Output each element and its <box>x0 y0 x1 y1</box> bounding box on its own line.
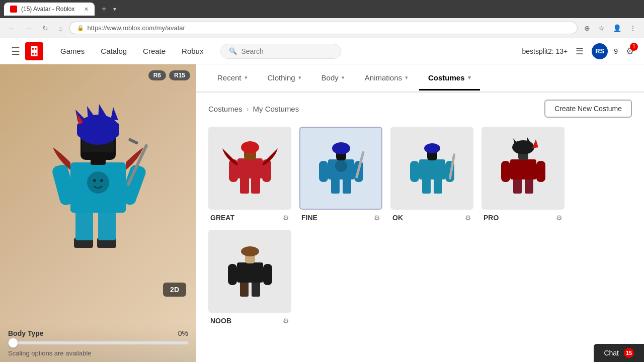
chat-label: Chat <box>604 349 619 357</box>
reload-button[interactable]: ↻ <box>39 22 51 34</box>
costume-label-row-great: GREAT ⚙ <box>208 210 291 222</box>
roblox-logo[interactable] <box>25 42 43 60</box>
svg-rect-4 <box>35 53 36 54</box>
svg-point-33 <box>241 141 259 153</box>
costume-thumb-noob[interactable] <box>208 230 291 313</box>
svg-rect-68 <box>228 264 237 285</box>
profile-button[interactable]: 👤 <box>610 23 624 34</box>
tab-body[interactable]: Body ▾ <box>312 66 354 90</box>
right-panel: Recent ▾ Clothing ▾ Body ▾ Animations ▾ … <box>196 64 644 362</box>
costume-thumb-ok[interactable] <box>390 127 473 210</box>
body-type-header: Body Type 0% <box>8 329 188 337</box>
browser-tab[interactable]: (15) Avatar - Roblox ✕ <box>4 3 95 16</box>
svg-rect-50 <box>410 161 419 182</box>
svg-rect-53 <box>513 177 522 194</box>
svg-rect-3 <box>32 53 34 54</box>
scaling-note: Scaling options are available <box>8 349 188 357</box>
svg-point-39 <box>335 160 347 172</box>
browser-nav: ← → ↻ ⌂ 🔒 https://www.roblox.com/my/avat… <box>0 18 644 38</box>
costume-name-noob: NOOB <box>210 317 231 325</box>
more-button[interactable]: ⋮ <box>627 23 639 34</box>
costume-gear-noob[interactable]: ⚙ <box>283 317 289 325</box>
search-bar[interactable]: 🔍 <box>220 44 341 59</box>
costume-name-ok: OK <box>392 214 403 222</box>
nav-links: Games Catalog Create Robux <box>53 43 210 59</box>
chevron-down-icon: ▾ <box>245 74 248 81</box>
nav-games[interactable]: Games <box>53 43 92 59</box>
tab-clothing[interactable]: Clothing ▾ <box>259 66 310 90</box>
costume-thumb-pro[interactable] <box>481 127 565 210</box>
svg-rect-65 <box>237 262 263 283</box>
svg-rect-16 <box>128 138 139 145</box>
breadcrumb-separator: › <box>247 105 249 113</box>
svg-rect-64 <box>252 281 260 297</box>
tab-costumes[interactable]: Costumes ▾ <box>419 66 480 90</box>
tab-animations[interactable]: Animations ▾ <box>356 66 417 90</box>
svg-rect-62 <box>536 161 545 182</box>
create-costume-button[interactable]: Create New Costume <box>544 100 632 118</box>
costume-item-fine[interactable]: FINE ⚙ <box>299 127 382 222</box>
hamburger-menu[interactable]: ☰ <box>8 42 23 60</box>
tab-title: (15) Avatar - Roblox <box>21 6 75 13</box>
costume-item-pro[interactable]: PRO ⚙ <box>481 127 565 222</box>
svg-marker-27 <box>111 107 118 120</box>
breadcrumb-row: Costumes › My Costumes Create New Costum… <box>196 93 644 123</box>
nav-catalog[interactable]: Catalog <box>94 43 134 59</box>
svg-rect-42 <box>319 161 328 182</box>
chevron-down-icon: ▾ <box>405 74 408 81</box>
costume-gear-great[interactable]: ⚙ <box>283 214 289 222</box>
home-button[interactable]: ⌂ <box>55 22 65 34</box>
costume-item-great[interactable]: GREAT ⚙ <box>208 127 291 222</box>
nav-robux[interactable]: Robux <box>175 43 210 59</box>
svg-marker-59 <box>526 137 532 147</box>
costume-name-fine: FINE <box>301 214 317 222</box>
costume-thumb-fine[interactable] <box>299 127 382 210</box>
slider-thumb[interactable] <box>8 338 18 348</box>
back-button[interactable]: ← <box>5 22 18 34</box>
extensions-button[interactable]: ⊕ <box>582 23 593 34</box>
svg-rect-31 <box>237 158 263 178</box>
costume-preview-fine <box>306 133 376 204</box>
svg-point-11 <box>93 179 96 182</box>
svg-rect-8 <box>98 210 116 240</box>
costume-name-pro: PRO <box>484 214 499 222</box>
tab-favicon <box>10 6 17 13</box>
nav-create[interactable]: Create <box>136 43 173 59</box>
tab-close-button[interactable]: ✕ <box>84 6 89 13</box>
costume-item-noob[interactable]: NOOB ⚙ <box>208 230 291 325</box>
chat-button[interactable]: Chat 15 <box>594 344 644 362</box>
chat-badge: 15 <box>624 348 634 358</box>
robux-count: 9 <box>614 47 618 55</box>
avatar-button[interactable]: RS <box>592 43 608 59</box>
svg-point-49 <box>424 143 440 153</box>
body-type-slider[interactable] <box>8 341 188 344</box>
settings-button[interactable]: ⚙ 1 <box>624 44 636 59</box>
costume-gear-ok[interactable]: ⚙ <box>465 214 471 222</box>
r15-badge[interactable]: R15 <box>169 70 190 80</box>
svg-rect-61 <box>501 161 510 182</box>
costume-thumb-great[interactable] <box>208 127 291 210</box>
svg-rect-47 <box>419 159 445 179</box>
roblox-navbar: ☰ Games Catalog Create Robux 🔍 bestsplit… <box>0 38 644 64</box>
svg-rect-69 <box>263 264 272 285</box>
chevron-down-icon: ▾ <box>342 74 345 81</box>
2d-button[interactable]: 2D <box>163 283 186 297</box>
breadcrumb-parent[interactable]: Costumes <box>208 105 243 113</box>
costume-item-ok[interactable]: OK ⚙ <box>390 127 473 222</box>
notifications-button[interactable]: ☰ <box>574 44 586 59</box>
costume-gear-fine[interactable]: ⚙ <box>374 214 380 222</box>
bookmark-button[interactable]: ☆ <box>596 23 607 34</box>
nav-right: bestsplit2: 13+ ☰ RS 9 ⚙ 1 <box>522 43 636 59</box>
svg-rect-1 <box>32 48 34 49</box>
forward-button[interactable]: → <box>22 22 35 34</box>
costume-gear-pro[interactable]: ⚙ <box>556 214 562 222</box>
search-input[interactable] <box>241 47 333 55</box>
new-tab-button[interactable]: + <box>99 5 109 14</box>
tab-list-button[interactable]: ▾ <box>113 6 116 13</box>
breadcrumb-current: My Costumes <box>253 105 299 113</box>
tab-recent[interactable]: Recent ▾ <box>208 66 257 90</box>
svg-rect-36 <box>331 177 340 194</box>
main-content: R6 R15 <box>0 64 644 362</box>
address-bar[interactable]: 🔒 https://www.roblox.com/my/avatar <box>69 22 578 34</box>
svg-point-12 <box>100 179 103 182</box>
